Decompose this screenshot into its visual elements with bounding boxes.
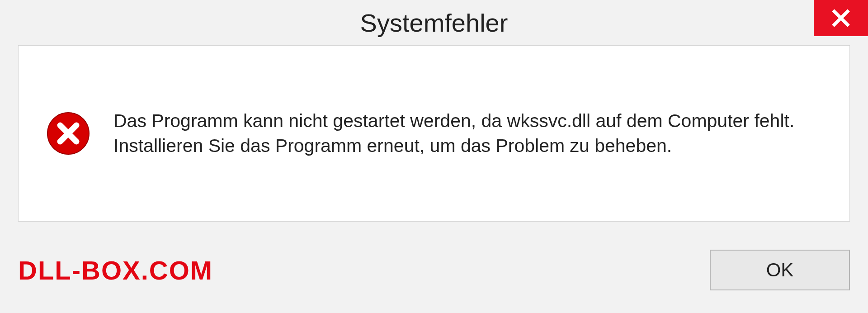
error-message: Das Programm kann nicht gestartet werden… [113, 109, 822, 159]
error-dialog: Systemfehler Das Programm kann nicht ges… [0, 0, 868, 313]
error-icon [46, 111, 91, 156]
content-panel: Das Programm kann nicht gestartet werden… [18, 45, 850, 222]
close-button[interactable] [814, 0, 868, 36]
title-bar: Systemfehler [0, 0, 868, 45]
watermark-text: DLL-BOX.COM [18, 255, 213, 285]
dialog-footer: DLL-BOX.COM OK [0, 245, 868, 295]
ok-button[interactable]: OK [710, 250, 850, 290]
dialog-title: Systemfehler [360, 8, 508, 38]
close-icon [831, 8, 851, 28]
